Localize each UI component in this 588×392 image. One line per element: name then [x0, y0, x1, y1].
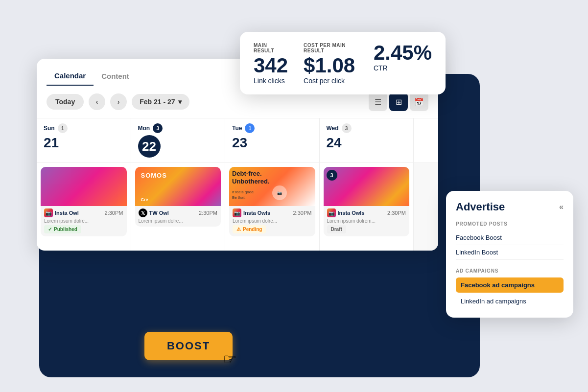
prev-icon: ‹: [96, 98, 98, 106]
cost-value: $1.08: [304, 55, 358, 76]
divider: [456, 264, 564, 264]
instagram-icon-sun: 📷: [44, 208, 53, 217]
day-header-sun: Sun 1 21: [37, 118, 131, 162]
advertise-panel: Advertise « PROMOTED POSTS Facebook Boos…: [446, 191, 573, 318]
event-time-tue: 2:30PM: [293, 210, 312, 216]
day-name-sun: Sun: [44, 125, 55, 132]
event-desc-sun: Lorem ipsum dolre...: [44, 218, 123, 224]
main-result-label: MAIN RESULT: [254, 43, 288, 53]
day-badge-tue: 1: [245, 123, 255, 133]
main-result-item: MAIN RESULT 342 Link clicks: [254, 43, 288, 85]
boost-button[interactable]: BOOST: [144, 332, 233, 360]
tab-calendar[interactable]: Calendar: [47, 67, 94, 86]
ad-campaigns-label: AD CAMPAIGNS: [456, 268, 564, 274]
cost-sub: Cost per click: [304, 77, 358, 85]
day-name-mon: Mon: [138, 125, 150, 132]
day-header-extra: [414, 118, 438, 162]
stats-card: MAIN RESULT 342 Link clicks COST PER MAI…: [240, 32, 446, 94]
status-draft-wed: Draft: [327, 225, 346, 233]
instagram-icon-wed: 📷: [327, 208, 336, 217]
linkedin-boost-item[interactable]: LinkedIn Boost: [456, 245, 564, 260]
collapse-button[interactable]: «: [559, 203, 564, 211]
facebook-boost-item[interactable]: Facebook Boost: [456, 231, 564, 245]
event-name-mon: TW Owl: [149, 210, 169, 216]
event-desc-mon: Lorem ipsum dolre...: [139, 218, 218, 224]
event-sun-1[interactable]: 📷 Insta Owl 2:30PM Lorem ipsum dolre... …: [41, 167, 127, 236]
cost-item: COST PER MAIN RESULT $1.08 Cost per clic…: [304, 43, 358, 85]
view-list-button[interactable]: ☰: [369, 92, 387, 111]
event-wed-1[interactable]: 3 📷 Insta Owls 2:30PM Lorem ipsum dolrem…: [324, 167, 410, 236]
scene: MAIN RESULT 342 Link clicks COST PER MAI…: [0, 0, 588, 392]
cell-extra: [414, 163, 438, 251]
calendar-icon: 📅: [414, 97, 424, 107]
advertise-header: Advertise «: [456, 201, 564, 213]
ctr-value: 2.45%: [374, 43, 432, 63]
event-mon-img: SOMOS Cre: [135, 167, 221, 206]
cursor-icon: ☞: [223, 350, 237, 369]
event-time-mon: 2:30PM: [199, 210, 217, 216]
tab-content[interactable]: Content: [94, 67, 137, 85]
date-range-label: Feb 21 - 27: [140, 98, 175, 106]
day-badge-mon: 3: [153, 123, 163, 133]
facebook-ad-campaigns-item[interactable]: Facebook ad campaigns: [456, 277, 564, 293]
event-desc-wed: Lorem ipsum dolrem...: [327, 218, 406, 224]
prev-button[interactable]: ‹: [89, 93, 105, 110]
next-icon: ›: [118, 98, 120, 106]
dropdown-icon: ▾: [178, 98, 182, 106]
day-header-mon: Mon 3 22: [131, 118, 226, 162]
event-desc-tue: Lorem ipsum dolre...: [233, 218, 312, 224]
today-button[interactable]: Today: [47, 94, 84, 110]
ctr-sub: CTR: [374, 64, 432, 72]
grid-icon: ⊞: [396, 97, 402, 107]
day-name-wed: Wed: [327, 125, 339, 132]
event-tue-img: Debt-free.Unbothered. It feels good.Be t…: [229, 167, 315, 206]
view-grid-button[interactable]: ⊞: [389, 92, 408, 111]
view-buttons: ☰ ⊞ 📅: [369, 92, 428, 111]
twitter-icon-mon: 𝕏: [139, 208, 147, 217]
event-mon-1[interactable]: SOMOS Cre 𝕏 TW Owl 2:30PM Lorem ipsum do…: [135, 167, 221, 227]
day-badge-sun: 1: [58, 123, 68, 133]
event-name-tue: Insta Owls: [243, 210, 270, 216]
calendar-days-header: Sun 1 21 Mon 3 22 Tue 1: [37, 118, 438, 162]
promoted-posts-label: PROMOTED POSTS: [456, 221, 564, 227]
calendar-events-row: 📷 Insta Owl 2:30PM Lorem ipsum dolre... …: [37, 162, 438, 251]
cell-wed: 3 📷 Insta Owls 2:30PM Lorem ipsum dolrem…: [320, 163, 414, 251]
ctr-item: 2.45% CTR: [374, 43, 432, 72]
event-tue-1[interactable]: Debt-free.Unbothered. It feels good.Be t…: [229, 167, 315, 236]
event-name-wed: Insta Owls: [338, 210, 365, 216]
linkedin-ad-campaigns-item[interactable]: LinkedIn ad campaigns: [456, 294, 564, 309]
cell-tue: Debt-free.Unbothered. It feels good.Be t…: [225, 163, 320, 251]
num-badge-wed: 3: [327, 170, 337, 181]
cell-sun: 📷 Insta Owl 2:30PM Lorem ipsum dolre... …: [37, 163, 131, 251]
list-icon: ☰: [375, 97, 381, 107]
instagram-icon-tue: 📷: [233, 208, 241, 217]
day-header-wed: Wed 3 24: [320, 118, 414, 162]
view-calendar-button[interactable]: 📅: [410, 92, 428, 111]
warning-icon-tue: ⚠: [236, 227, 241, 232]
next-button[interactable]: ›: [110, 93, 127, 110]
event-time-wed: 2:30PM: [387, 210, 406, 216]
cost-label: COST PER MAIN RESULT: [304, 43, 358, 53]
event-time-sun: 2:30PM: [105, 210, 123, 216]
status-pending-tue: ⚠ Pending: [233, 225, 266, 233]
day-num-tue: 23: [232, 135, 312, 151]
main-result-sub: Link clicks: [254, 77, 288, 85]
check-icon-sun: ✓: [48, 227, 52, 232]
day-num-sun: 21: [44, 135, 124, 151]
main-result-value: 342: [254, 55, 288, 76]
day-badge-wed: 3: [342, 123, 352, 133]
day-num-wed: 24: [327, 135, 407, 151]
status-published-sun: ✓ Published: [44, 225, 81, 233]
event-sun-img: [41, 167, 127, 206]
advertise-title: Advertise: [456, 201, 505, 213]
day-header-tue: Tue 1 23: [225, 118, 320, 162]
cell-mon: SOMOS Cre 𝕏 TW Owl 2:30PM Lorem ipsum do…: [131, 163, 226, 251]
day-num-mon: 22: [138, 135, 161, 158]
event-name-sun: Insta Owl: [55, 210, 79, 216]
date-range-button[interactable]: Feb 21 - 27 ▾: [132, 94, 189, 110]
day-name-tue: Tue: [232, 125, 242, 132]
